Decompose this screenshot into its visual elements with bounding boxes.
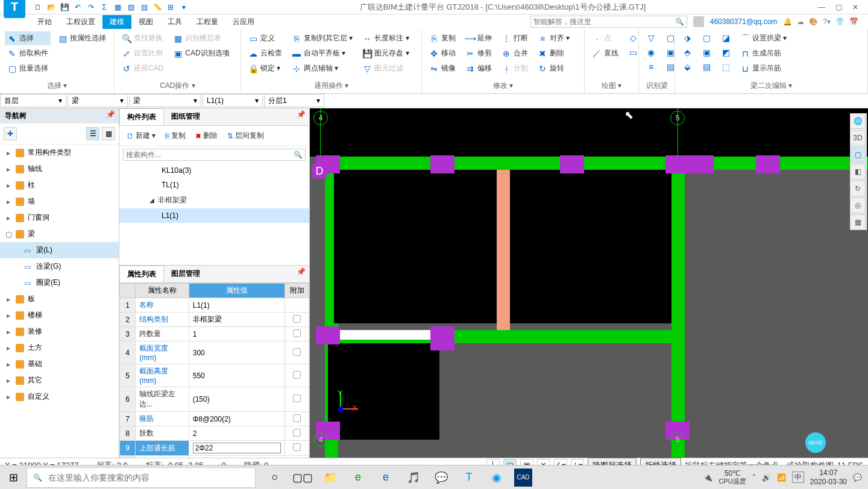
- element-save-button[interactable]: 💾图元存盘 ▾: [360, 46, 411, 60]
- group-modify-label[interactable]: 修改 ▾: [427, 79, 579, 91]
- line-button[interactable]: ／直线: [590, 46, 621, 60]
- generate-stirrup-button[interactable]: ⊓生成吊筋: [738, 46, 789, 60]
- nav-item-0[interactable]: ▸常用构件类型: [0, 145, 119, 161]
- layer-select[interactable]: 分层1▾: [264, 94, 324, 107]
- cloud-icon[interactable]: ☁: [797, 17, 804, 26]
- attach-checkbox[interactable]: [293, 348, 301, 356]
- component-item[interactable]: KL10a(3): [119, 163, 309, 178]
- menu-cloud[interactable]: 云应用: [225, 15, 262, 29]
- windows-search-input[interactable]: [48, 473, 249, 482]
- tray-wifi-icon[interactable]: 📶: [777, 473, 786, 482]
- nav-item-5[interactable]: ▢梁: [0, 226, 119, 242]
- view-iso-icon[interactable]: ◧: [850, 164, 866, 179]
- maximize-button[interactable]: ▢: [833, 2, 844, 13]
- attach-checkbox[interactable]: [293, 329, 301, 337]
- tray-up-icon[interactable]: ˄: [752, 473, 756, 482]
- group-draw-label[interactable]: 绘图 ▾: [590, 79, 634, 91]
- tab-property-list[interactable]: 属性列表: [119, 266, 164, 282]
- select-button[interactable]: ⬉选择: [5, 31, 51, 45]
- qat-tool2-icon[interactable]: ▧: [125, 2, 136, 13]
- qat-tool1-icon[interactable]: ▦: [112, 2, 123, 13]
- mirror-button[interactable]: ⇋镜像: [427, 61, 458, 75]
- rec-beam-ic2[interactable]: ◉: [644, 46, 658, 59]
- lock-button[interactable]: 🔒锁定 ▾: [246, 61, 285, 75]
- tray-volume-icon[interactable]: 🔊: [762, 473, 771, 482]
- property-row[interactable]: 2结构类别非框架梁: [120, 313, 309, 327]
- property-row[interactable]: 1名称L1(1): [120, 298, 309, 313]
- group-cad-label[interactable]: CAD操作 ▾: [119, 79, 236, 91]
- notification-icon[interactable]: 🔔: [783, 17, 792, 26]
- qat-tool3-icon[interactable]: ▤: [139, 2, 149, 13]
- beam2-ic2[interactable]: ⬘: [680, 46, 694, 59]
- user-avatar-icon[interactable]: [693, 16, 704, 27]
- beam2-ic6[interactable]: ▤: [699, 60, 714, 73]
- beam2-ic7[interactable]: ◪: [719, 31, 733, 45]
- delete-button[interactable]: ✖删除: [535, 46, 572, 60]
- nav-item-1[interactable]: ▸轴线: [0, 161, 119, 177]
- nav-item-9[interactable]: ▸土方: [0, 340, 119, 356]
- search-icon[interactable]: 🔍: [294, 151, 303, 159]
- drawing-canvas[interactable]: 4 5 D 4 5 YX ⬉: [310, 108, 868, 458]
- property-value-input[interactable]: [193, 443, 281, 453]
- property-row[interactable]: 3跨数量1: [120, 327, 309, 341]
- smart-search[interactable]: 🔍: [530, 16, 687, 28]
- rec-beam-ic1[interactable]: ▽: [644, 31, 658, 45]
- group-recognize-beam-label[interactable]: 识别梁: [644, 79, 670, 91]
- view-3d-icon[interactable]: 3D: [850, 130, 866, 146]
- copy-between-floor-button[interactable]: ⇅层间复制: [224, 129, 268, 142]
- attach-checkbox[interactable]: [293, 414, 301, 422]
- beam2-ic5[interactable]: ▣: [699, 46, 714, 59]
- tray-notification-icon[interactable]: 💬: [853, 473, 862, 482]
- browser-icon[interactable]: e: [345, 466, 371, 490]
- nav-item-8[interactable]: ▸装修: [0, 323, 119, 340]
- group-beam-edit-label[interactable]: 梁二次编辑 ▾: [680, 79, 863, 91]
- qat-grid-icon[interactable]: ⊞: [165, 2, 176, 13]
- qat-sum-icon[interactable]: Σ: [99, 2, 110, 13]
- property-row[interactable]: 10下部通长筋: [120, 456, 309, 458]
- search-icon[interactable]: 🔍: [675, 17, 684, 26]
- explorer-icon[interactable]: 📁: [317, 466, 344, 490]
- draw-ic1[interactable]: ◇: [626, 31, 640, 45]
- qat-redo-icon[interactable]: ↷: [86, 2, 96, 13]
- define-button[interactable]: ▭定义: [246, 31, 285, 45]
- qat-undo-icon[interactable]: ↶: [72, 2, 83, 13]
- nav-sub-1[interactable]: ▭连梁(G): [0, 258, 119, 275]
- property-row[interactable]: 6轴线距梁左边...(150): [120, 387, 309, 412]
- move-button[interactable]: ✥移动: [427, 46, 458, 60]
- qat-open-icon[interactable]: 📂: [46, 2, 57, 13]
- attach-checkbox[interactable]: [293, 371, 301, 379]
- copy-button[interactable]: ⎘复制: [427, 31, 458, 45]
- windows-search[interactable]: 🔍: [27, 467, 256, 488]
- nav-item-7[interactable]: ▸楼梯: [0, 307, 119, 323]
- component-search[interactable]: 🔍: [123, 149, 306, 161]
- qat-more-icon[interactable]: ▾: [178, 2, 189, 13]
- view-globe-icon[interactable]: 🌐: [850, 113, 866, 129]
- draw-ic2[interactable]: ▭: [626, 46, 640, 59]
- menu-start[interactable]: 开始: [30, 15, 59, 29]
- recording-indicator[interactable]: 00:00: [805, 432, 826, 453]
- chat-icon[interactable]: 💬: [428, 466, 454, 490]
- property-row[interactable]: 7箍筋Φ8@200(2): [120, 412, 309, 426]
- tray-date[interactable]: 2020-03-30: [810, 478, 847, 486]
- component-item[interactable]: TL(1): [119, 178, 309, 192]
- tab-drawing-manage[interactable]: 图纸管理: [164, 108, 207, 125]
- app-blue-icon[interactable]: ◉: [483, 466, 510, 490]
- component-group[interactable]: 非框架梁: [119, 192, 309, 208]
- rec-beam-ic3[interactable]: ≡: [644, 60, 658, 73]
- category-select[interactable]: 梁▾: [68, 94, 128, 107]
- cad-recognition-options-button[interactable]: ▣CAD识别选项: [171, 46, 231, 60]
- nav-item-2[interactable]: ▸柱: [0, 177, 119, 193]
- pin2-icon[interactable]: 📌: [297, 110, 306, 119]
- two-point-axis-button[interactable]: ⊹两点辅轴 ▾: [289, 61, 355, 75]
- property-row[interactable]: 9上部通长筋: [120, 441, 309, 456]
- qat-save-icon[interactable]: 💾: [59, 2, 70, 13]
- align-button[interactable]: ≡对齐 ▾: [535, 31, 572, 45]
- close-button[interactable]: ✕: [850, 2, 861, 13]
- nav-add-button[interactable]: ✚: [4, 127, 17, 140]
- trim-button[interactable]: ✂修剪: [463, 46, 494, 60]
- length-annotation-button[interactable]: ↔长度标注 ▾: [360, 31, 411, 45]
- user-account[interactable]: 460380371@qq.com: [710, 17, 778, 26]
- delete-component-button[interactable]: ✖删除: [192, 129, 221, 142]
- copy-to-other-floor-button[interactable]: ⎘复制到其它层 ▾: [289, 31, 355, 45]
- cloud-check-button[interactable]: ☁云检查: [246, 46, 285, 60]
